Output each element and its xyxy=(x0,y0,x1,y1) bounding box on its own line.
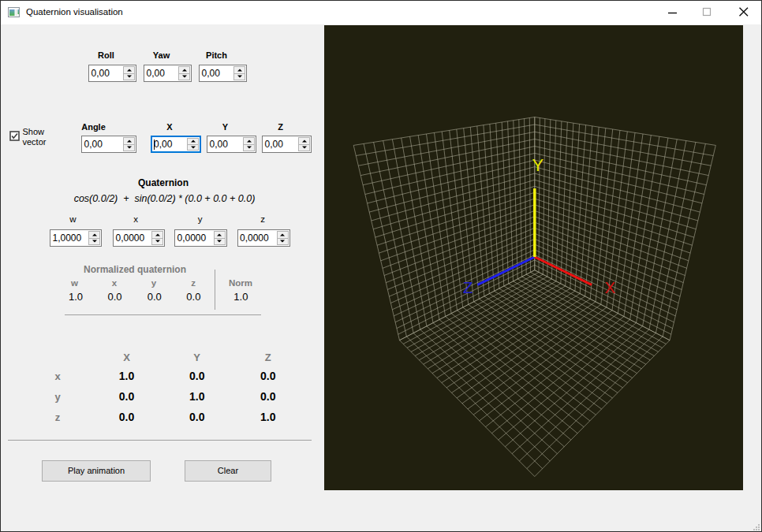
svg-text:Z: Z xyxy=(463,278,473,296)
svg-text:Y: Y xyxy=(532,155,544,175)
svg-text:X: X xyxy=(605,278,616,296)
